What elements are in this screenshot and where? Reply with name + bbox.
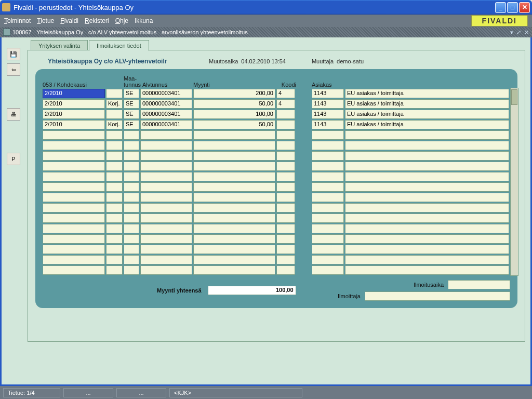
table-row[interactable] <box>43 182 302 192</box>
cell-koodi[interactable] <box>276 224 295 233</box>
cell-alvtunnus[interactable] <box>140 255 192 264</box>
cell-asiakas-name[interactable] <box>345 214 509 223</box>
back-button[interactable]: ⇦ <box>7 63 20 76</box>
p-button[interactable]: P <box>7 153 20 165</box>
cell-kohdekausi[interactable] <box>43 141 105 150</box>
cell-asiakas-name[interactable] <box>345 141 509 150</box>
tab-ilmoituksen-tiedot[interactable]: Ilmoituksen tiedot <box>89 40 149 51</box>
cell-kohdekausi[interactable] <box>43 151 105 161</box>
cell-alvtunnus[interactable] <box>140 203 192 212</box>
cell-maatunnus[interactable] <box>124 130 139 140</box>
table-row[interactable] <box>43 203 302 212</box>
cell-korj[interactable] <box>106 245 123 254</box>
cell-kohdekausi[interactable]: 2/2010 <box>43 89 105 98</box>
cell-koodi[interactable] <box>276 162 295 171</box>
table-row[interactable]: 1143EU asiakas / toimittaja <box>312 110 509 119</box>
cell-asiakas-name[interactable] <box>345 265 509 275</box>
cell-korj[interactable] <box>106 203 123 212</box>
cell-asiakas-num[interactable] <box>312 224 344 233</box>
cell-asiakas-num[interactable] <box>312 151 344 161</box>
cell-korj[interactable] <box>106 265 123 275</box>
mdi-close-icon[interactable]: ✕ <box>524 29 529 36</box>
ilmoittaja-field[interactable] <box>365 291 510 301</box>
scrollbar-thumb[interactable] <box>511 89 517 105</box>
table-row[interactable]: 1143EU asiakas / toimittaja <box>312 99 509 109</box>
cell-korj[interactable] <box>106 162 123 171</box>
cell-kohdekausi[interactable] <box>43 162 105 171</box>
cell-korj[interactable]: Korj. <box>106 99 123 109</box>
cell-alvtunnus[interactable] <box>140 265 192 275</box>
cell-korj[interactable] <box>106 172 123 181</box>
table-row[interactable] <box>312 245 509 254</box>
cell-korj[interactable] <box>106 255 123 264</box>
cell-kohdekausi[interactable]: 2/2010 <box>43 110 105 119</box>
cell-kohdekausi[interactable] <box>43 172 105 181</box>
cell-asiakas-name[interactable] <box>345 245 509 254</box>
cell-asiakas-name[interactable]: EU asiakas / toimittaja <box>345 99 509 109</box>
cell-asiakas-name[interactable] <box>345 130 509 140</box>
cell-myynti[interactable] <box>193 141 275 150</box>
cell-korj[interactable] <box>106 214 123 223</box>
table-row[interactable] <box>43 141 302 150</box>
cell-korj[interactable] <box>106 151 123 161</box>
cell-asiakas-name[interactable] <box>345 203 509 212</box>
cell-myynti[interactable] <box>193 234 275 244</box>
cell-alvtunnus[interactable] <box>140 245 192 254</box>
cell-myynti[interactable]: 50,00 <box>193 99 275 109</box>
cell-koodi[interactable] <box>276 255 295 264</box>
cell-koodi[interactable] <box>276 245 295 254</box>
scrollbar[interactable] <box>510 88 518 276</box>
cell-alvtunnus[interactable]: 000000003401 <box>140 89 192 98</box>
table-row[interactable]: 1143EU asiakas / toimittaja <box>312 120 509 129</box>
cell-asiakas-num[interactable]: 1143 <box>312 120 344 129</box>
cell-koodi[interactable] <box>276 172 295 181</box>
cell-asiakas-name[interactable] <box>345 224 509 233</box>
table-row[interactable] <box>43 172 302 181</box>
cell-asiakas-name[interactable] <box>345 172 509 181</box>
cell-myynti[interactable] <box>193 193 275 202</box>
cell-alvtunnus[interactable]: 000000003401 <box>140 99 192 109</box>
cell-korj[interactable] <box>106 89 123 98</box>
cell-korj[interactable] <box>106 182 123 192</box>
table-row[interactable] <box>312 255 509 264</box>
cell-alvtunnus[interactable] <box>140 234 192 244</box>
cell-maatunnus[interactable] <box>124 203 139 212</box>
save-button[interactable]: 💾 <box>7 48 20 60</box>
menu-rekisteri[interactable]: Rekisteri <box>85 17 109 24</box>
cell-kohdekausi[interactable] <box>43 130 105 140</box>
cell-asiakas-name[interactable] <box>345 162 509 171</box>
cell-koodi[interactable] <box>276 151 295 161</box>
cell-koodi[interactable]: 4 <box>276 99 295 109</box>
table-row[interactable]: 2/2010Korj.SE00000000340150,004 <box>43 99 302 109</box>
table-row[interactable] <box>312 193 509 202</box>
table-row[interactable] <box>43 151 302 161</box>
cell-myynti[interactable] <box>193 224 275 233</box>
table-row[interactable] <box>43 130 302 140</box>
cell-kohdekausi[interactable] <box>43 245 105 254</box>
table-row[interactable] <box>312 182 509 192</box>
table-row[interactable] <box>312 172 509 181</box>
cell-myynti[interactable]: 50,00 <box>193 120 275 129</box>
cell-kohdekausi[interactable] <box>43 203 105 212</box>
cell-koodi[interactable] <box>276 265 295 275</box>
table-row[interactable] <box>312 203 509 212</box>
cell-myynti[interactable] <box>193 203 275 212</box>
cell-maatunnus[interactable]: SE <box>124 120 139 129</box>
cell-myynti[interactable] <box>193 162 275 171</box>
table-row[interactable] <box>312 130 509 140</box>
cell-alvtunnus[interactable] <box>140 172 192 181</box>
cell-maatunnus[interactable] <box>124 265 139 275</box>
cell-myynti[interactable] <box>193 172 275 181</box>
cell-asiakas-name[interactable] <box>345 182 509 192</box>
cell-asiakas-name[interactable] <box>345 151 509 161</box>
cell-alvtunnus[interactable] <box>140 224 192 233</box>
cell-asiakas-name[interactable] <box>345 255 509 264</box>
cell-koodi[interactable] <box>276 193 295 202</box>
cell-asiakas-num[interactable] <box>312 214 344 223</box>
cell-myynti[interactable] <box>193 182 275 192</box>
cell-myynti[interactable] <box>193 130 275 140</box>
cell-asiakas-num[interactable] <box>312 172 344 181</box>
print-button[interactable]: 🖶 <box>7 108 20 121</box>
cell-asiakas-num[interactable]: 1143 <box>312 89 344 98</box>
cell-koodi[interactable] <box>276 110 295 119</box>
